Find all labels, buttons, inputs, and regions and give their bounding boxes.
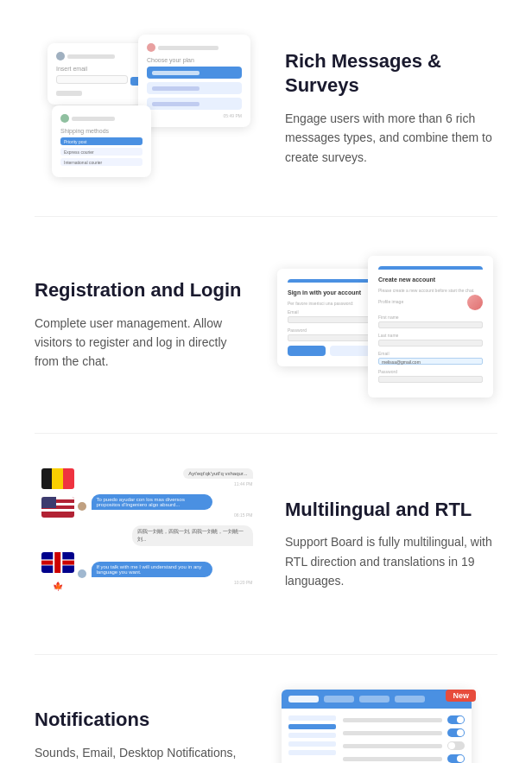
- multilingual-title: Multilingual and RTL: [285, 498, 497, 523]
- toggle-row-1: [343, 715, 465, 724]
- toggle-3: [447, 741, 465, 750]
- email-input-bar: [56, 75, 128, 84]
- notifications-image: New: [273, 690, 497, 763]
- toggle-label-4: [343, 757, 442, 761]
- registration-description: Complete user management. Allow visitors…: [35, 314, 247, 372]
- rich-messages-title: Rich Messages & Surveys: [285, 49, 497, 99]
- flag-row-4: 🍁 If you talk with me I will understand …: [41, 552, 253, 596]
- new-badge: New: [446, 690, 476, 702]
- email-input-2: melissa@gmail.com: [378, 358, 483, 365]
- profile-image-label: Profile image: [378, 299, 403, 304]
- chat-area-2: To puedo ayudar con los mas diversos pro…: [78, 494, 253, 520]
- multilingual-content: Multilingual and RTL Support Board is fu…: [285, 498, 497, 591]
- last-name-label: Last name: [378, 333, 483, 338]
- notifications-content: Notifications Sounds, Email, Desktop Not…: [35, 708, 247, 763]
- australia-flag: [41, 552, 74, 573]
- rich-messages-section: Insert email Choose your plan: [0, 0, 532, 216]
- reply-bar: [56, 91, 82, 96]
- bubble-spanish: To puedo ayudar con los mas diversos pro…: [92, 494, 212, 510]
- bubble-armenian: Ayt'eqt'qk'yutl'q vxhaqur...: [183, 468, 252, 479]
- usa-flag: [41, 497, 74, 518]
- premium-plan-text: [152, 86, 200, 91]
- tab-chat-mock: [359, 696, 390, 703]
- registration-image: Sign in with your account Per favore ins…: [273, 251, 497, 398]
- tab-notif-mock: [324, 696, 354, 703]
- notif-layout: [288, 715, 465, 763]
- timestamp-2: 06:15 PM: [78, 512, 253, 518]
- chat-row-chinese: 四我一刘晓，四我一刘, 四我一刘晓，一刘晓一刘...: [79, 525, 253, 547]
- plan-title-bar: [158, 46, 218, 50]
- chinese-row: 四我一刘晓，四我一刘, 四我一刘晓，一刘晓一刘...: [41, 525, 253, 547]
- plan-label: Choose your plan: [147, 57, 242, 63]
- toggle-label-2: [343, 731, 442, 735]
- chat-row-english: If you talk with me I will understand yo…: [78, 562, 253, 578]
- notifications-card: [282, 690, 472, 763]
- notifications-section: New: [0, 655, 532, 763]
- multilingual-section: Ayt'eqt'qk'yutl'q vxhaqur... 11:44 PM: [0, 434, 532, 654]
- flag-row-1: Ayt'eqt'qk'yutl'q vxhaqur... 11:44 PM: [41, 468, 253, 489]
- avatar-small-2: [147, 43, 155, 52]
- platinum-plan: [147, 98, 242, 110]
- registration-mock: Sign in with your account Per favore ins…: [277, 251, 493, 398]
- registration-section: Sign in with your account Per favore ins…: [0, 217, 532, 433]
- intl-courier: International courier: [60, 158, 142, 166]
- canada-flag: 🍁: [41, 575, 74, 596]
- create-title: Create new account: [378, 277, 483, 283]
- notifications-mock: New: [282, 690, 489, 763]
- notifications-description: Sounds, Email, Desktop Notifications, Fl…: [35, 743, 247, 763]
- sidebar-item-1: [288, 715, 336, 721]
- toggle-row-2: [343, 728, 465, 737]
- avatar-small-3: [60, 114, 69, 123]
- flags-col: 🍁: [41, 552, 74, 596]
- shipping-label: Shipping methods: [60, 128, 142, 134]
- timestamp-1: 11:44 PM: [78, 481, 253, 486]
- avatar-small: [56, 52, 65, 60]
- registration-title: Registration and Login: [35, 278, 247, 303]
- toggle-label-3: [343, 744, 442, 748]
- platinum-plan-text: [152, 102, 200, 106]
- flag-row-2: To puedo ayudar con los mas diversos pro…: [41, 494, 253, 520]
- multilingual-image: Ayt'eqt'qk'yutl'q vxhaqur... 11:44 PM: [35, 468, 259, 620]
- toggle-4: [447, 754, 465, 763]
- blue-accent-bar-2: [378, 266, 483, 270]
- chat-row-left-2: To puedo ayudar con los mas diversos pro…: [78, 494, 253, 511]
- sidebar-item-2: [288, 724, 336, 729]
- registration-content: Registration and Login Complete user man…: [35, 278, 247, 372]
- multilingual-description: Support Board is fully multilingual, wit…: [285, 532, 497, 590]
- chat-row-right-1: Ayt'eqt'qk'yutl'q vxhaqur...: [78, 468, 253, 480]
- email-label-2: Email: [378, 351, 483, 356]
- basic-plan: [147, 67, 242, 79]
- email-label: Insert email: [56, 66, 142, 72]
- toggle-1: [447, 715, 465, 724]
- email-form-card: Insert email: [48, 43, 151, 105]
- signin-button-mock: [288, 346, 326, 356]
- shipping-card: Shipping methods Priority post Express c…: [52, 105, 151, 177]
- notif-body: [282, 709, 472, 763]
- sidebar-item-5: [288, 750, 336, 755]
- toggle-row-4: [343, 754, 465, 763]
- last-name-input: [378, 340, 483, 347]
- card-title-bar: [67, 54, 115, 59]
- create-hint: Please create a new account before start…: [378, 288, 483, 293]
- tab-widget-mock: [395, 696, 425, 703]
- timestamp-4: 10:20 PM: [78, 580, 253, 585]
- notif-header: [282, 690, 472, 709]
- sidebar-item-4: [288, 741, 336, 747]
- tab-settings-mock: [288, 696, 319, 703]
- rich-messages-mock: Insert email Choose your plan: [43, 35, 250, 181]
- profile-pic-mock: [467, 295, 483, 310]
- chat-area-4: If you talk with me I will understand yo…: [78, 562, 253, 588]
- first-name-label: First name: [378, 315, 483, 320]
- profile-row: Profile image: [378, 295, 483, 310]
- avatar-4: [78, 569, 86, 578]
- notif-toggles: [343, 715, 465, 763]
- password-input-2: [378, 376, 483, 383]
- rich-messages-description: Engage users with more than 6 rich messa…: [285, 109, 497, 167]
- rich-messages-image: Insert email Choose your plan: [35, 35, 259, 181]
- toggle-label-1: [343, 718, 442, 722]
- basic-plan-text: [152, 71, 200, 75]
- bubble-english: If you talk with me I will understand yo…: [92, 562, 212, 577]
- multilingual-mock: Ayt'eqt'qk'yutl'q vxhaqur... 11:44 PM: [41, 468, 253, 620]
- create-account-card: Create new account Please create a new a…: [368, 256, 493, 397]
- plan-select-card: Choose your plan 05:49 PM: [138, 35, 250, 127]
